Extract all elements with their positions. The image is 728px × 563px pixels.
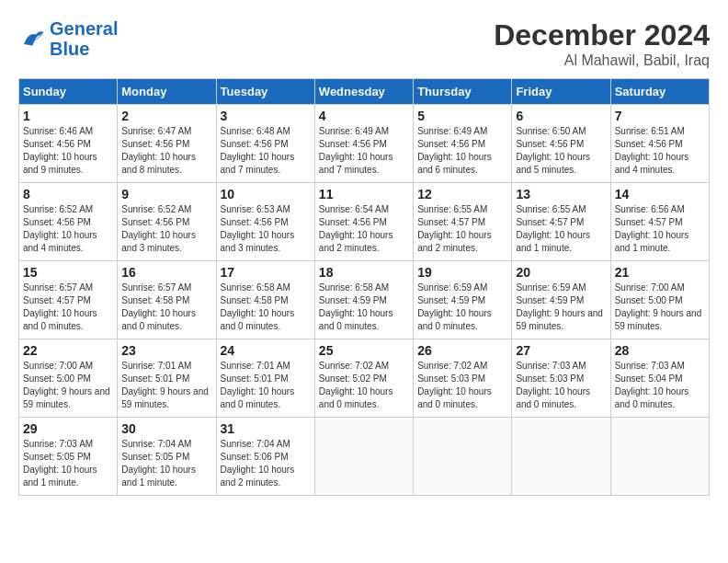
day-info: Sunrise: 6:59 AMSunset: 4:59 PMDaylight:…: [516, 282, 606, 333]
day-number: 22: [23, 343, 113, 358]
day-info: Sunrise: 7:03 AMSunset: 5:04 PMDaylight:…: [615, 360, 705, 411]
calendar-cell: 3Sunrise: 6:48 AMSunset: 4:56 PMDaylight…: [216, 105, 314, 183]
calendar-cell: 26Sunrise: 7:02 AMSunset: 5:03 PMDayligh…: [414, 339, 512, 418]
weekday-header-wednesday: Wednesday: [314, 79, 413, 105]
weekday-header-saturday: Saturday: [610, 79, 709, 105]
weekday-header-friday: Friday: [512, 79, 610, 105]
day-number: 13: [516, 187, 606, 201]
calendar-cell: 1Sunrise: 6:46 AMSunset: 4:56 PMDaylight…: [19, 105, 118, 183]
calendar-cell: 22Sunrise: 7:00 AMSunset: 5:00 PMDayligh…: [19, 339, 118, 418]
week-row-2: 8Sunrise: 6:52 AMSunset: 4:56 PMDaylight…: [19, 183, 710, 261]
day-number: 8: [23, 187, 113, 201]
calendar-cell: 9Sunrise: 6:52 AMSunset: 4:56 PMDaylight…: [118, 183, 216, 261]
week-row-5: 29Sunrise: 7:03 AMSunset: 5:05 PMDayligh…: [19, 418, 710, 496]
day-info: Sunrise: 6:53 AMSunset: 4:56 PMDaylight:…: [221, 203, 311, 255]
calendar-cell: 21Sunrise: 7:00 AMSunset: 5:00 PMDayligh…: [610, 261, 709, 339]
day-info: Sunrise: 7:00 AMSunset: 5:00 PMDaylight:…: [615, 282, 705, 333]
calendar-cell: 13Sunrise: 6:55 AMSunset: 4:57 PMDayligh…: [512, 183, 610, 261]
day-info: Sunrise: 7:02 AMSunset: 5:02 PMDaylight:…: [319, 360, 409, 411]
logo-blue: Blue: [50, 39, 89, 59]
calendar-cell: 11Sunrise: 6:54 AMSunset: 4:56 PMDayligh…: [314, 183, 413, 261]
day-number: 23: [121, 343, 211, 358]
day-info: Sunrise: 6:52 AMSunset: 4:56 PMDaylight:…: [121, 203, 211, 255]
day-info: Sunrise: 6:54 AMSunset: 4:56 PMDaylight:…: [319, 203, 409, 255]
calendar-cell: 7Sunrise: 6:51 AMSunset: 4:56 PMDaylight…: [610, 105, 709, 183]
day-number: 9: [121, 187, 211, 201]
day-number: 7: [615, 109, 705, 123]
weekday-header-monday: Monday: [118, 79, 216, 105]
calendar-cell: 23Sunrise: 7:01 AMSunset: 5:01 PMDayligh…: [118, 339, 216, 418]
weekday-header-sunday: Sunday: [19, 79, 118, 105]
day-number: 17: [221, 265, 311, 280]
calendar-cell: 8Sunrise: 6:52 AMSunset: 4:56 PMDaylight…: [19, 183, 118, 261]
calendar-cell: 6Sunrise: 6:50 AMSunset: 4:56 PMDaylight…: [512, 105, 610, 183]
day-number: 1: [23, 109, 113, 123]
day-number: 5: [417, 109, 507, 123]
calendar-cell: 5Sunrise: 6:49 AMSunset: 4:56 PMDaylight…: [414, 105, 512, 183]
day-info: Sunrise: 6:48 AMSunset: 4:56 PMDaylight:…: [221, 125, 311, 177]
day-number: 21: [615, 265, 705, 280]
day-number: 10: [221, 187, 311, 201]
day-number: 4: [319, 109, 409, 123]
day-info: Sunrise: 7:01 AMSunset: 5:01 PMDaylight:…: [121, 360, 211, 411]
logo-general: General: [50, 18, 118, 39]
logo-icon: [18, 25, 46, 52]
calendar-cell: 24Sunrise: 7:01 AMSunset: 5:01 PMDayligh…: [216, 339, 314, 418]
day-number: 2: [121, 109, 211, 123]
day-info: Sunrise: 6:59 AMSunset: 4:59 PMDaylight:…: [417, 282, 507, 333]
day-number: 20: [516, 265, 606, 280]
day-number: 12: [417, 187, 507, 201]
day-number: 6: [516, 109, 606, 123]
month-title: December 2024: [494, 18, 710, 52]
calendar-cell: 18Sunrise: 6:58 AMSunset: 4:59 PMDayligh…: [314, 261, 413, 339]
day-number: 3: [221, 109, 311, 123]
calendar-cell: 17Sunrise: 6:58 AMSunset: 4:58 PMDayligh…: [216, 261, 314, 339]
calendar-cell: 25Sunrise: 7:02 AMSunset: 5:02 PMDayligh…: [314, 339, 413, 418]
day-info: Sunrise: 6:56 AMSunset: 4:57 PMDaylight:…: [615, 203, 705, 255]
day-info: Sunrise: 6:55 AMSunset: 4:57 PMDaylight:…: [516, 203, 606, 255]
day-number: 19: [417, 265, 507, 280]
day-info: Sunrise: 6:50 AMSunset: 4:56 PMDaylight:…: [516, 125, 606, 177]
calendar-cell: [512, 418, 610, 496]
day-number: 16: [121, 265, 211, 280]
calendar-cell: 31Sunrise: 7:04 AMSunset: 5:06 PMDayligh…: [216, 418, 314, 496]
calendar-cell: 10Sunrise: 6:53 AMSunset: 4:56 PMDayligh…: [216, 183, 314, 261]
calendar-cell: [314, 418, 413, 496]
day-info: Sunrise: 7:03 AMSunset: 5:03 PMDaylight:…: [516, 360, 606, 411]
logo: GeneralBlue: [18, 18, 118, 59]
weekday-header-thursday: Thursday: [414, 79, 512, 105]
week-row-4: 22Sunrise: 7:00 AMSunset: 5:00 PMDayligh…: [19, 339, 710, 418]
day-number: 27: [516, 343, 606, 358]
day-number: 30: [121, 421, 211, 436]
day-info: Sunrise: 6:55 AMSunset: 4:57 PMDaylight:…: [417, 203, 507, 255]
day-number: 26: [417, 343, 507, 358]
calendar-cell: [610, 418, 709, 496]
calendar-cell: 27Sunrise: 7:03 AMSunset: 5:03 PMDayligh…: [512, 339, 610, 418]
day-info: Sunrise: 6:51 AMSunset: 4:56 PMDaylight:…: [615, 125, 705, 177]
calendar-cell: 28Sunrise: 7:03 AMSunset: 5:04 PMDayligh…: [610, 339, 709, 418]
day-number: 11: [319, 187, 409, 201]
day-number: 31: [221, 421, 311, 436]
location: Al Mahawil, Babil, Iraq: [494, 52, 710, 69]
day-info: Sunrise: 6:52 AMSunset: 4:56 PMDaylight:…: [23, 203, 113, 255]
day-info: Sunrise: 7:00 AMSunset: 5:00 PMDaylight:…: [23, 360, 113, 411]
day-number: 14: [615, 187, 705, 201]
calendar-cell: 16Sunrise: 6:57 AMSunset: 4:58 PMDayligh…: [118, 261, 216, 339]
day-info: Sunrise: 7:03 AMSunset: 5:05 PMDaylight:…: [23, 438, 113, 489]
day-info: Sunrise: 6:57 AMSunset: 4:57 PMDaylight:…: [23, 282, 113, 333]
day-number: 18: [319, 265, 409, 280]
day-number: 25: [319, 343, 409, 358]
calendar-cell: [414, 418, 512, 496]
day-info: Sunrise: 6:58 AMSunset: 4:58 PMDaylight:…: [221, 282, 311, 333]
day-number: 24: [221, 343, 311, 358]
day-info: Sunrise: 6:57 AMSunset: 4:58 PMDaylight:…: [121, 282, 211, 333]
day-number: 29: [23, 421, 113, 436]
calendar-cell: 14Sunrise: 6:56 AMSunset: 4:57 PMDayligh…: [610, 183, 709, 261]
calendar-cell: 20Sunrise: 6:59 AMSunset: 4:59 PMDayligh…: [512, 261, 610, 339]
title-block: December 2024 Al Mahawil, Babil, Iraq: [494, 18, 710, 69]
weekday-header-row: SundayMondayTuesdayWednesdayThursdayFrid…: [19, 79, 710, 105]
day-info: Sunrise: 6:49 AMSunset: 4:56 PMDaylight:…: [417, 125, 507, 177]
day-info: Sunrise: 7:04 AMSunset: 5:06 PMDaylight:…: [221, 438, 311, 489]
calendar-cell: 19Sunrise: 6:59 AMSunset: 4:59 PMDayligh…: [414, 261, 512, 339]
logo-text: GeneralBlue: [50, 18, 118, 59]
